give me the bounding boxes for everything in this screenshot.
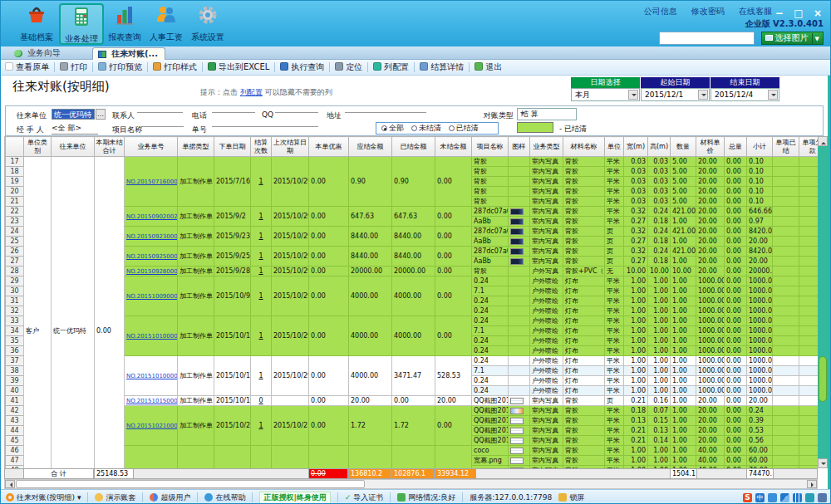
toolbar-5[interactable]: 导出到EXCEL [204, 60, 273, 75]
row-number[interactable]: 30 [6, 286, 24, 296]
row-number[interactable]: 20 [6, 187, 24, 197]
col-header-22[interactable]: 总量 [725, 137, 747, 157]
settle-times-link[interactable]: 1 [258, 422, 263, 429]
col-header-19[interactable]: 高(m) [648, 137, 671, 157]
row-number[interactable]: 45 [6, 436, 24, 446]
phone-input[interactable] [212, 104, 255, 113]
current-user[interactable]: 超级用户 [150, 492, 190, 503]
nav-report-query[interactable]: 报表查询 [102, 3, 147, 45]
radio-all[interactable]: 全部 [381, 123, 404, 134]
settle-times-link[interactable]: 1 [258, 178, 263, 185]
row-number[interactable]: 31 [6, 296, 24, 306]
radio-unsettled[interactable]: 未结清 [411, 123, 441, 134]
close-button[interactable]: × [810, 7, 825, 19]
chevron-down-icon[interactable] [698, 90, 708, 100]
sample-image[interactable] [510, 208, 524, 215]
acct-type-select[interactable]: 结 算 [517, 108, 577, 120]
ime-icon[interactable]: 中 [755, 493, 765, 502]
horizontal-scroll-thumb[interactable] [16, 480, 365, 488]
col-header-5[interactable]: 单据类型 [178, 137, 214, 157]
unit-browse-button[interactable]: … [96, 109, 106, 120]
sample-image[interactable] [510, 248, 524, 255]
doc-number-link[interactable]: NO.201510150004 [126, 398, 178, 404]
pick-image-button[interactable]: 选择图片▼ [761, 32, 824, 45]
toolbar-3[interactable]: 打印预览 [94, 60, 146, 75]
col-header-14[interactable]: 图样 [509, 137, 530, 157]
doc-number-link[interactable]: NO.201510210001 [126, 423, 178, 429]
column-config-link[interactable]: 列配置 [240, 88, 263, 96]
tab-reconciliation[interactable]: 往来对账(... [92, 47, 165, 60]
col-header-24[interactable]: 单项已结 [773, 137, 799, 157]
settle-times-link[interactable]: 1 [258, 292, 263, 300]
signal-icon[interactable] [780, 493, 789, 502]
row-number[interactable]: 46 [6, 446, 24, 456]
row-number[interactable]: 37 [6, 356, 24, 366]
col-header-1[interactable]: 单位类别 [24, 137, 52, 157]
toolbar-2[interactable]: 打印 [56, 60, 91, 75]
contact-input[interactable] [137, 104, 183, 113]
row-number[interactable]: 27 [6, 257, 24, 267]
company-info-link[interactable]: 公司信息 [644, 7, 677, 16]
nav-system-settings[interactable]: 系统设置 [185, 3, 230, 45]
start-date-select[interactable]: 2015/12/1 [641, 88, 710, 101]
sample-image[interactable] [510, 418, 524, 424]
chevron-down-icon[interactable] [768, 90, 778, 100]
col-header-2[interactable]: 往来单位 [52, 137, 95, 157]
sample-image[interactable] [510, 448, 524, 454]
settle-times-link[interactable]: 1 [258, 213, 263, 220]
col-header-4[interactable]: 业务单号 [125, 137, 178, 157]
sample-image[interactable] [510, 238, 524, 245]
sample-image[interactable] [510, 228, 524, 235]
doc-number-link[interactable]: NO.201509250001 [126, 253, 178, 260]
col-header-16[interactable]: 材料名称 [563, 137, 605, 157]
settle-times-link[interactable]: 1 [258, 372, 263, 379]
row-number[interactable]: 34 [6, 326, 24, 336]
sample-image[interactable] [510, 398, 524, 404]
settle-times-link[interactable]: 1 [258, 332, 263, 340]
row-number[interactable]: 42 [6, 406, 24, 416]
toolbar-9[interactable]: 结算详情 [416, 60, 468, 75]
date-mode-select[interactable]: 本月 [571, 88, 640, 101]
project-input[interactable] [140, 118, 184, 127]
nav-business-processing[interactable]: 业务处理 [59, 3, 104, 45]
col-header-7[interactable]: 结算次数 [251, 137, 272, 157]
toolbar-7[interactable]: 定位 [331, 60, 366, 75]
col-header-13[interactable]: 项目名称 [472, 137, 509, 157]
row-number[interactable]: 23 [6, 217, 24, 227]
row-number[interactable]: 35 [6, 336, 24, 346]
doc-number-link[interactable]: NO.201509230002 [126, 233, 178, 240]
settle-times-link[interactable]: 1 [258, 267, 263, 275]
doc-number-link[interactable]: NO.201509020021 [126, 213, 178, 220]
row-number[interactable]: 32 [6, 306, 24, 316]
toolbar-8[interactable]: 列配置 [369, 60, 413, 75]
col-header-6[interactable]: 下单日期 [214, 137, 251, 157]
doc-number-link[interactable]: NO.201510090002 [126, 293, 178, 300]
change-password-link[interactable]: 修改密码 [691, 7, 725, 16]
qq-input[interactable] [275, 104, 318, 113]
row-number[interactable]: 17 [6, 157, 24, 167]
radio-settled[interactable]: 已结清 [449, 123, 479, 134]
row-number[interactable]: 18 [6, 167, 24, 177]
online-support-link[interactable]: 在线客服 [739, 7, 772, 16]
nav-basic-archives[interactable]: 基础档案 [14, 3, 59, 45]
row-number[interactable]: 28 [6, 267, 24, 276]
minimize-button[interactable]: − [772, 7, 787, 19]
image-search-input[interactable] [659, 32, 755, 45]
settle-times-link[interactable]: 1 [258, 252, 263, 260]
col-header-17[interactable]: 单位 [605, 137, 624, 157]
toolbar-6[interactable]: 执行查询 [276, 60, 328, 75]
row-number[interactable]: 36 [6, 346, 24, 356]
toolbar-1[interactable]: 查看原单 [1, 60, 53, 75]
doc-number-link[interactable]: NO.201507160001 [126, 179, 178, 185]
row-number[interactable]: 24 [6, 227, 24, 237]
col-header-25[interactable]: 单项欠款 [799, 137, 819, 157]
online-help[interactable]: 在线帮助 [204, 492, 245, 503]
row-number[interactable]: 25 [6, 237, 24, 247]
row-number[interactable]: 43 [6, 416, 24, 426]
col-header-3[interactable]: 本期未结合计 [95, 137, 125, 157]
tools-icon[interactable] [818, 493, 827, 502]
moon-icon[interactable] [768, 493, 777, 502]
sample-image[interactable] [510, 458, 524, 464]
col-header-21[interactable]: 材料单价 [696, 137, 725, 157]
row-number[interactable]: 44 [6, 426, 24, 436]
